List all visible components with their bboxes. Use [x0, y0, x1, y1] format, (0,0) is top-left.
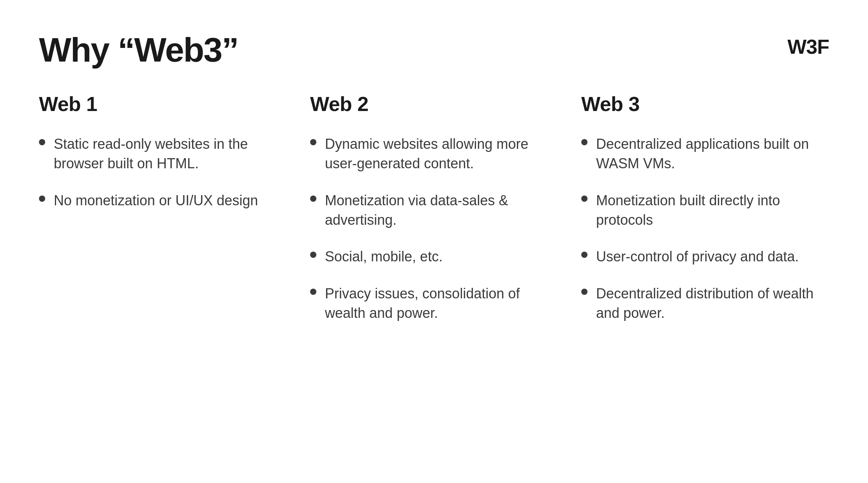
bullet-text: Decentralized applications built on WASM…: [596, 134, 829, 174]
list-item: Dynamic websites allowing more user-gene…: [310, 134, 558, 174]
bullet-text: Decentralized distribution of wealth and…: [596, 284, 829, 323]
column-web2: Web 2Dynamic websites allowing more user…: [310, 92, 581, 452]
bullet-dot-icon: [310, 196, 316, 202]
bullet-list-web1: Static read-only websites in the browser…: [39, 134, 287, 210]
bullet-text: Monetization via data-sales & advertisin…: [325, 191, 558, 230]
bullet-text: Privacy issues, consolidation of wealth …: [325, 284, 558, 323]
columns-container: Web 1Static read-only websites in the br…: [39, 92, 829, 452]
bullet-dot-icon: [581, 196, 587, 202]
list-item: Static read-only websites in the browser…: [39, 134, 287, 174]
bullet-text: User-control of privacy and data.: [596, 247, 829, 266]
brand-logo: W3F: [787, 35, 829, 58]
bullet-text: Monetization built directly into protoco…: [596, 191, 829, 230]
bullet-dot-icon: [310, 139, 316, 145]
bullet-text: No monetization or UI/UX design: [54, 191, 287, 210]
list-item: No monetization or UI/UX design: [39, 191, 287, 210]
list-item: Monetization built directly into protoco…: [581, 191, 829, 230]
slide-title: Why “Web3”: [39, 31, 238, 69]
bullet-dot-icon: [581, 139, 587, 145]
bullet-dot-icon: [39, 196, 45, 202]
column-title-web2: Web 2: [310, 92, 558, 116]
bullet-text: Static read-only websites in the browser…: [54, 134, 287, 174]
bullet-dot-icon: [581, 252, 587, 258]
bullet-dot-icon: [310, 289, 316, 295]
column-title-web3: Web 3: [581, 92, 829, 116]
slide: Why “Web3” W3F Web 1Static read-only web…: [0, 0, 868, 483]
list-item: Decentralized applications built on WASM…: [581, 134, 829, 174]
bullet-dot-icon: [39, 139, 45, 145]
list-item: Social, mobile, etc.: [310, 247, 558, 266]
bullet-list-web3: Decentralized applications built on WASM…: [581, 134, 829, 323]
bullet-dot-icon: [310, 252, 316, 258]
bullet-list-web2: Dynamic websites allowing more user-gene…: [310, 134, 558, 323]
list-item: User-control of privacy and data.: [581, 247, 829, 266]
column-title-web1: Web 1: [39, 92, 287, 116]
bullet-text: Dynamic websites allowing more user-gene…: [325, 134, 558, 174]
list-item: Decentralized distribution of wealth and…: [581, 284, 829, 323]
slide-header: Why “Web3” W3F: [39, 31, 829, 69]
list-item: Monetization via data-sales & advertisin…: [310, 191, 558, 230]
column-web3: Web 3Decentralized applications built on…: [581, 92, 829, 452]
bullet-text: Social, mobile, etc.: [325, 247, 558, 266]
list-item: Privacy issues, consolidation of wealth …: [310, 284, 558, 323]
column-web1: Web 1Static read-only websites in the br…: [39, 92, 310, 452]
bullet-dot-icon: [581, 289, 587, 295]
